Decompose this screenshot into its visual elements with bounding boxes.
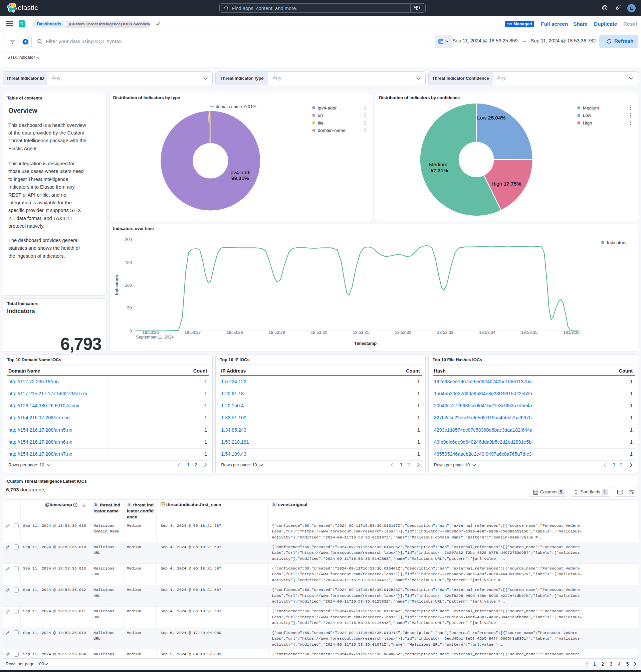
svg-text:Timestamp: Timestamp: [354, 341, 377, 346]
svg-text:18:53:35: 18:53:35: [521, 330, 537, 335]
svg-text:50: 50: [127, 306, 132, 311]
svg-text:100: 100: [125, 283, 132, 287]
svg-text:September 11, 2024: September 11, 2024: [136, 335, 174, 340]
svg-text:18:53:30: 18:53:30: [311, 330, 327, 335]
svg-text:Medium: Medium: [429, 162, 447, 167]
svg-text:18:53:29: 18:53:29: [269, 330, 285, 335]
svg-text:99.31%: 99.31%: [231, 175, 249, 181]
svg-text:file: file: [317, 120, 323, 125]
svg-text:High: High: [583, 120, 592, 125]
svg-text:18:53:33: 18:53:33: [437, 330, 453, 335]
svg-text:18:53:36: 18:53:36: [563, 330, 579, 335]
svg-text:Indicators: Indicators: [114, 275, 119, 295]
svg-text:Low 25.04%: Low 25.04%: [477, 115, 506, 121]
svg-text:18:53:26: 18:53:26: [142, 330, 159, 335]
svg-text:150: 150: [125, 260, 132, 265]
svg-text:Indicators: Indicators: [606, 240, 626, 245]
svg-text:18:53:34: 18:53:34: [479, 330, 495, 335]
svg-text:domain-name: domain-name: [317, 128, 345, 133]
svg-text:0: 0: [129, 329, 132, 333]
svg-text:18:53:32: 18:53:32: [395, 330, 411, 335]
svg-text:Medium: Medium: [583, 105, 599, 110]
svg-text:18:53:31: 18:53:31: [353, 330, 369, 335]
svg-text:ipv4-addr: ipv4-addr: [317, 105, 337, 110]
svg-text:18:53:28: 18:53:28: [226, 330, 243, 335]
svg-text:57.21%: 57.21%: [431, 167, 448, 173]
svg-text:url: url: [317, 113, 323, 118]
svg-text:High 17.75%: High 17.75%: [492, 181, 521, 187]
svg-text:ipv4-addr: ipv4-addr: [229, 169, 251, 175]
svg-text:Low: Low: [583, 113, 591, 118]
svg-text:18:53:27: 18:53:27: [184, 330, 201, 335]
svg-text:domain-name 0.01%: domain-name 0.01%: [216, 104, 256, 109]
svg-text:200: 200: [125, 237, 132, 242]
